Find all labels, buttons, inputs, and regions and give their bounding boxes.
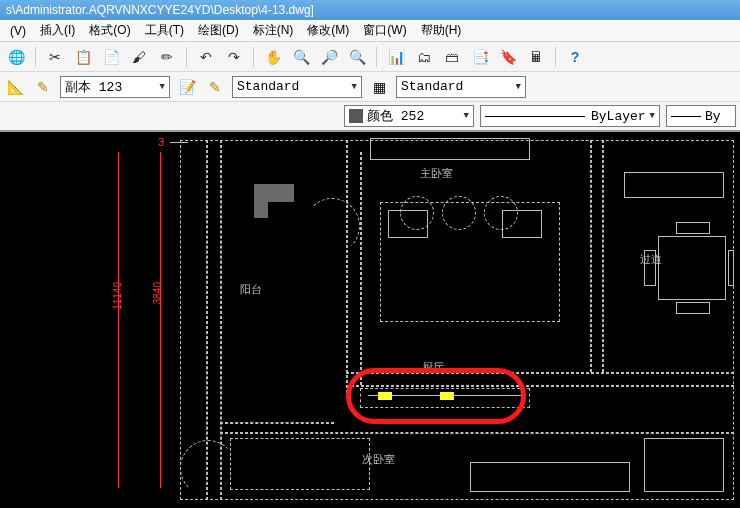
menu-modify[interactable]: 修改(M) (301, 20, 355, 41)
lineweight-combo[interactable]: By (666, 105, 736, 127)
linetype-value: ByLayer (591, 109, 646, 124)
separator (555, 47, 556, 67)
wardrobe (230, 438, 370, 490)
tool-palettes-icon[interactable]: 🗃 (440, 45, 464, 69)
undo-icon[interactable]: ↶ (194, 45, 218, 69)
chevron-down-icon: ▼ (646, 111, 655, 121)
color-combo[interactable]: 颜色 252 ▼ (344, 105, 474, 127)
color-swatch-icon (349, 109, 363, 123)
separator (186, 47, 187, 67)
interior-wall (360, 152, 362, 385)
headboard (370, 138, 530, 160)
linetype-combo[interactable]: ByLayer ▼ (480, 105, 660, 127)
interior-wall (590, 140, 592, 372)
pan-icon[interactable]: ✋ (261, 45, 285, 69)
menu-format[interactable]: 格式(O) (83, 20, 136, 41)
text-style-manager-icon[interactable]: 📝 (176, 76, 198, 98)
bed2-furn (470, 462, 630, 492)
separator (253, 47, 254, 67)
menu-help[interactable]: 帮助(H) (415, 20, 468, 41)
room-label-balcony: 阳台 (240, 282, 262, 297)
dim-style-value: 副本 123 (65, 78, 122, 96)
dimension-text: 3 (158, 136, 164, 148)
title-bar: s\Administrator.AQRVNNXCYYE24YD\Desktop\… (0, 0, 740, 20)
redo-icon[interactable]: ↷ (222, 45, 246, 69)
paste-icon[interactable]: 📄 (99, 45, 123, 69)
dim-line (118, 152, 119, 488)
lamp-icon (400, 196, 434, 230)
dim-style-combo[interactable]: 副本 123 ▼ (60, 76, 170, 98)
separator (376, 47, 377, 67)
globe-icon[interactable]: 🌐 (4, 45, 28, 69)
menu-tools[interactable]: 工具(T) (139, 20, 190, 41)
sheet-set-icon[interactable]: 📑 (468, 45, 492, 69)
title-text: s\Administrator.AQRVNNXCYYE24YD\Desktop\… (6, 3, 314, 17)
standard-toolbar: 🌐 ✂ 📋 📄 🖌 ✏ ↶ ↷ ✋ 🔍 🔎 🔍 📊 🗂 🗃 📑 🔖 🖩 ? (0, 42, 740, 72)
menu-window[interactable]: 窗口(W) (357, 20, 412, 41)
pencil-icon[interactable]: ✎ (32, 76, 54, 98)
chevron-down-icon: ▼ (348, 82, 357, 92)
chair (676, 222, 710, 234)
menu-insert[interactable]: 插入(I) (34, 20, 81, 41)
chevron-down-icon: ▼ (512, 82, 521, 92)
cut-icon[interactable]: ✂ (43, 45, 67, 69)
drawing-canvas[interactable]: 11140 3840 3 主卧室 阳台 过道 厨厅 次卧室 (0, 132, 740, 508)
floor-plan: 主卧室 阳台 过道 厨厅 次卧室 (170, 132, 740, 508)
color-value: 颜色 252 (367, 107, 424, 125)
properties-icon[interactable]: 📊 (384, 45, 408, 69)
lamp-icon (484, 196, 518, 230)
chair (676, 302, 710, 314)
separator (35, 47, 36, 67)
menu-draw[interactable]: 绘图(D) (192, 20, 245, 41)
lamp-icon (442, 196, 476, 230)
desk (644, 438, 724, 492)
zoom-prev-icon[interactable]: 🔍 (345, 45, 369, 69)
copy-icon[interactable]: 📋 (71, 45, 95, 69)
chair (644, 250, 656, 286)
dim-line (160, 152, 161, 488)
interior-wall (346, 140, 348, 393)
table-style-combo[interactable]: Standard ▼ (396, 76, 526, 98)
dim-style-icon[interactable]: 📐 (4, 76, 26, 98)
chair (728, 250, 734, 286)
markup-icon[interactable]: 🔖 (496, 45, 520, 69)
cabinet (624, 172, 724, 198)
properties-toolbar: 颜色 252 ▼ ByLayer ▼ By (0, 102, 740, 132)
styles-toolbar: 📐 ✎ 副本 123 ▼ 📝 ✎ Standard ▼ ▦ Standard ▼ (0, 72, 740, 102)
annotation-highlight (346, 368, 526, 424)
calculator-icon[interactable]: 🖩 (524, 45, 548, 69)
room-label-master: 主卧室 (420, 166, 453, 181)
eraser-icon[interactable]: ✏ (155, 45, 179, 69)
pencil-icon[interactable]: ✎ (204, 76, 226, 98)
table-style-icon[interactable]: ▦ (368, 76, 390, 98)
chevron-down-icon: ▼ (156, 82, 165, 92)
menu-view[interactable]: (V) (4, 22, 32, 40)
dimension-text: 3840 (152, 282, 163, 304)
table-style-value: Standard (401, 79, 463, 94)
text-style-combo[interactable]: Standard ▼ (232, 76, 362, 98)
interior-wall (220, 422, 334, 424)
text-style-value: Standard (237, 79, 299, 94)
chevron-down-icon: ▼ (460, 111, 469, 121)
lineweight-value: By (705, 109, 721, 124)
help-icon[interactable]: ? (563, 45, 587, 69)
lineweight-sample-icon (671, 116, 701, 117)
zoom-realtime-icon[interactable]: 🔍 (289, 45, 313, 69)
interior-wall (220, 432, 734, 434)
zoom-window-icon[interactable]: 🔎 (317, 45, 341, 69)
brush-icon[interactable]: 🖌 (127, 45, 151, 69)
design-center-icon[interactable]: 🗂 (412, 45, 436, 69)
wall-segment (254, 184, 268, 218)
menu-dimension[interactable]: 标注(N) (247, 20, 300, 41)
table (658, 236, 726, 300)
interior-wall (602, 140, 604, 372)
linetype-sample-icon (485, 116, 585, 117)
menu-bar: (V) 插入(I) 格式(O) 工具(T) 绘图(D) 标注(N) 修改(M) … (0, 20, 740, 42)
